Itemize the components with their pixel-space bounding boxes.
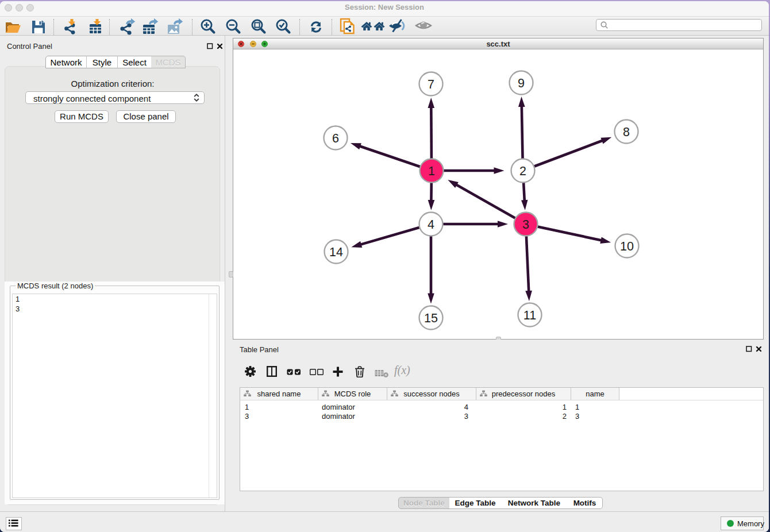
svg-text:7: 7	[428, 78, 434, 91]
svg-text:8: 8	[623, 125, 630, 139]
svg-text:2: 2	[519, 164, 526, 178]
svg-text:10: 10	[620, 240, 634, 253]
svg-text:4: 4	[428, 218, 434, 232]
svg-text:6: 6	[332, 132, 339, 145]
svg-text:1: 1	[428, 164, 435, 178]
svg-text:14: 14	[329, 245, 343, 259]
svg-text:3: 3	[522, 218, 529, 232]
svg-text:15: 15	[424, 311, 438, 325]
svg-text:9: 9	[518, 76, 525, 90]
svg-text:11: 11	[523, 309, 536, 322]
